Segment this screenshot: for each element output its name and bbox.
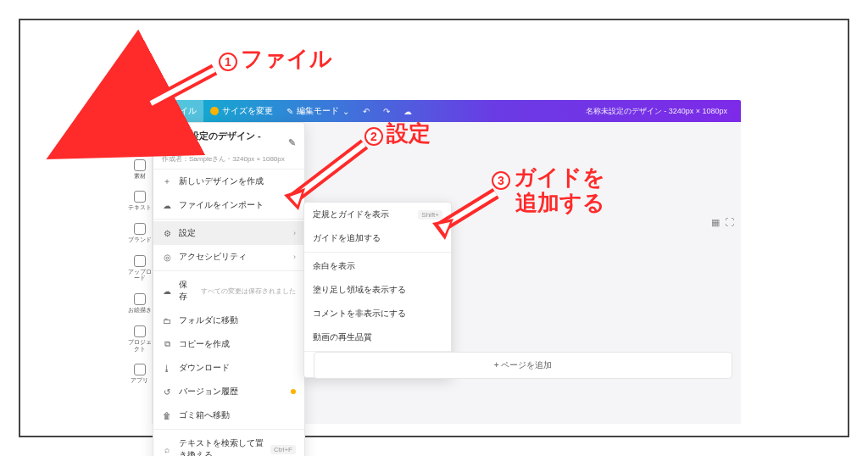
kbd-shortcut: Ctrl+F — [270, 445, 296, 454]
sub-show-margins[interactable]: 余白を表示 — [304, 254, 451, 278]
search-icon: ⌕ — [162, 444, 172, 454]
menu-download[interactable]: ⭳ ダウンロード — [153, 356, 304, 380]
rail-design[interactable]: デザイン — [128, 127, 152, 147]
premium-dot-icon — [291, 389, 296, 394]
left-rail: デザイン 素材 テキスト ブランド アップロード お絵描き プロジェクト アプリ — [127, 122, 153, 424]
rail-draw[interactable]: お絵描き — [128, 293, 152, 314]
save-status: すべての変更は保存されました — [201, 286, 296, 296]
menu-make-copy[interactable]: ⧉ コピーを作成 — [153, 332, 304, 356]
sub-hide-comments[interactable]: コメントを非表示にする — [304, 302, 451, 325]
pencil-icon: ✎ — [287, 107, 293, 116]
arrow-1 — [134, 61, 219, 124]
canvas-tools: ▦ ⛶ — [711, 217, 734, 228]
menu-move-folder[interactable]: 🗀 フォルダに移動 — [153, 309, 304, 332]
sub-show-bleed[interactable]: 塗り足し領域を表示する — [304, 278, 451, 302]
menu-settings[interactable]: ⚙ 設定 › — [153, 221, 304, 245]
arrow-2 — [280, 136, 373, 215]
cloud-check-icon: ☁ — [162, 286, 172, 296]
edit-mode-button[interactable]: ✎ 編集モード ⌄ — [280, 100, 356, 122]
chevron-down-icon: ⌄ — [342, 107, 349, 116]
rail-text[interactable]: テキスト — [128, 191, 152, 211]
edit-mode-label: 編集モード — [297, 105, 339, 117]
menu-version-history[interactable]: ↺ バージョン履歴 — [153, 380, 304, 403]
rail-apps[interactable]: アプリ — [131, 364, 148, 384]
rail-elements[interactable]: 素材 — [134, 159, 146, 180]
history-icon: ↺ — [162, 386, 172, 397]
grid-icon[interactable]: ▦ — [711, 217, 720, 228]
annotation-1: 1ファイル — [219, 44, 332, 74]
annotation-3: 3ガイドを 追加する — [492, 165, 605, 216]
panel-title: 名称未設定のデザイン - 3240... — [162, 130, 283, 153]
rail-projects[interactable]: プロジェクト — [127, 325, 152, 352]
annotation-2: 2設定 — [364, 119, 431, 148]
expand-icon[interactable]: ⛶ — [725, 217, 734, 228]
add-page-button[interactable]: + ページを追加 — [314, 352, 732, 379]
download-icon: ⭳ — [162, 363, 172, 373]
resize-label: サイズを変更 — [222, 105, 273, 117]
copy-icon: ⧉ — [162, 339, 172, 349]
rail-upload[interactable]: アップロード — [127, 255, 152, 281]
rail-brand[interactable]: ブランド — [128, 223, 152, 243]
menu-save[interactable]: ☁ 保存 すべての変更は保存されました — [153, 273, 304, 309]
chevron-right-icon: › — [293, 229, 296, 237]
menu-find-replace[interactable]: ⌕ テキストを検索して置き換える Ctrl+F — [153, 431, 304, 456]
top-toolbar: ファイル サイズを変更 ✎ 編集モード ⌄ ↶ ↷ ☁ 名称未設定のデザイン -… — [127, 100, 741, 122]
accessibility-icon: ◎ — [162, 252, 172, 262]
plus-icon: ＋ — [162, 176, 172, 186]
sub-video-quality[interactable]: 動画の再生品質 — [304, 325, 451, 349]
menu-trash[interactable]: 🗑 ゴミ箱へ移動 — [153, 403, 304, 427]
document-title[interactable]: 名称未設定のデザイン - 3240px × 1080px — [586, 106, 727, 117]
menu-accessibility[interactable]: ◎ アクセシビリティ › — [153, 245, 304, 269]
gear-icon: ⚙ — [162, 228, 172, 238]
upload-cloud-icon: ☁ — [162, 200, 172, 210]
chevron-right-icon: › — [293, 253, 296, 261]
arrow-3 — [428, 185, 504, 247]
trash-icon: 🗑 — [162, 410, 172, 420]
folder-icon: 🗀 — [162, 315, 172, 325]
